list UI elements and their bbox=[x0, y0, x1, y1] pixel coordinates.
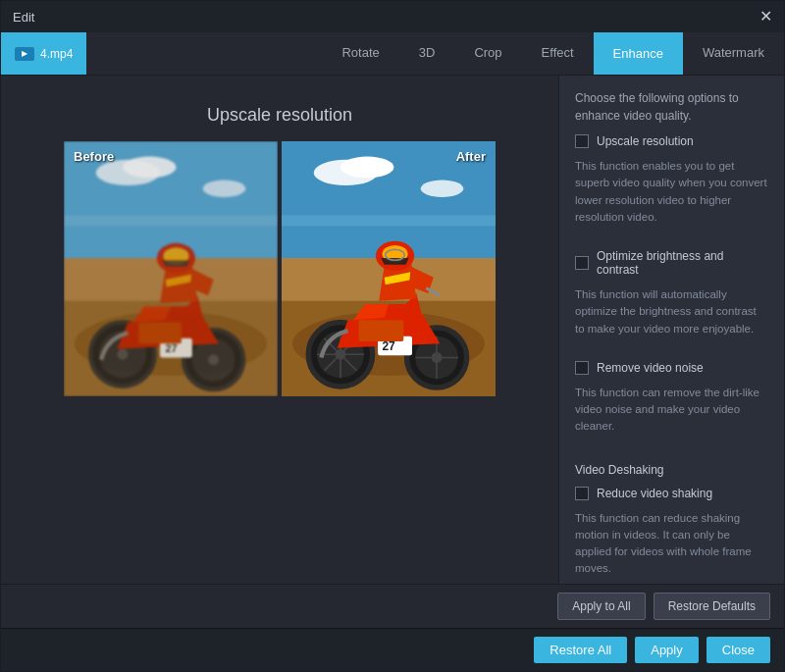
before-after-container: Before bbox=[64, 141, 496, 396]
deshaking-checkbox-row[interactable]: Reduce video shaking bbox=[575, 487, 768, 500]
noise-checkbox[interactable] bbox=[575, 361, 589, 375]
apply-button[interactable]: Apply bbox=[635, 637, 699, 663]
brightness-desc: This function will automatically optimiz… bbox=[575, 286, 768, 337]
upscale-checkbox[interactable] bbox=[575, 134, 589, 148]
before-panel: Before bbox=[64, 141, 278, 396]
upscale-label: Upscale resolution bbox=[597, 134, 694, 148]
dialog-title: Edit bbox=[13, 10, 34, 25]
upscale-desc: This function enables you to get superb … bbox=[575, 158, 768, 226]
preview-panel: Upscale resolution Before bbox=[1, 76, 558, 584]
after-image: 27 bbox=[282, 141, 496, 396]
settings-intro: Choose the following options to enhance … bbox=[575, 89, 768, 125]
apply-to-all-button[interactable]: Apply to All bbox=[557, 593, 645, 620]
deshaking-desc: This function can reduce shaking motion … bbox=[575, 510, 768, 578]
svg-marker-26 bbox=[162, 260, 189, 267]
deshaking-section-title: Video Deshaking bbox=[575, 463, 768, 477]
brightness-checkbox[interactable] bbox=[575, 256, 589, 270]
svg-point-13 bbox=[208, 354, 219, 365]
tab-enhance[interactable]: Enhance bbox=[594, 32, 683, 75]
after-panel: After bbox=[282, 141, 496, 396]
title-bar: Edit ✕ bbox=[1, 1, 784, 32]
noise-checkbox-row[interactable]: Remove video noise bbox=[575, 361, 768, 375]
restore-all-button[interactable]: Restore All bbox=[534, 637, 627, 663]
settings-panel: Choose the following options to enhance … bbox=[558, 76, 784, 584]
svg-rect-1 bbox=[64, 216, 278, 227]
footer-bar: Restore All Apply Close bbox=[1, 628, 784, 671]
svg-point-4 bbox=[203, 181, 246, 197]
close-icon[interactable]: ✕ bbox=[759, 9, 772, 25]
tab-watermark[interactable]: Watermark bbox=[683, 32, 784, 75]
preview-title: Upscale resolution bbox=[207, 105, 352, 126]
file-tab-label: 4.mp4 bbox=[40, 47, 73, 61]
svg-rect-28 bbox=[282, 216, 496, 227]
restore-defaults-button[interactable]: Restore Defaults bbox=[654, 593, 770, 620]
upscale-checkbox-row[interactable]: Upscale resolution bbox=[575, 134, 768, 148]
file-tab[interactable]: ▶ 4.mp4 bbox=[1, 32, 86, 75]
deshaking-label: Reduce video shaking bbox=[597, 487, 712, 500]
deshaking-checkbox[interactable] bbox=[575, 487, 589, 500]
tab-rotate[interactable]: Rotate bbox=[322, 32, 398, 75]
svg-point-10 bbox=[118, 349, 129, 360]
svg-rect-18 bbox=[138, 323, 182, 344]
svg-text:27: 27 bbox=[166, 342, 178, 354]
tab-bar: ▶ 4.mp4 Rotate 3D Crop Effect Enhance Wa… bbox=[1, 32, 784, 76]
before-image: 27 bbox=[64, 141, 278, 396]
edit-dialog: Edit ✕ ▶ 4.mp4 Rotate 3D Crop Effect Enh… bbox=[0, 0, 785, 672]
before-label: Before bbox=[74, 149, 114, 164]
svg-marker-60 bbox=[381, 258, 408, 265]
footer-close-button[interactable]: Close bbox=[706, 637, 770, 663]
bottom-bar: Apply to All Restore Defaults bbox=[1, 584, 784, 628]
noise-desc: This function can remove the dirt-like v… bbox=[575, 385, 768, 436]
tab-crop[interactable]: Crop bbox=[454, 32, 521, 75]
brightness-label: Optimize brightness and contrast bbox=[597, 249, 768, 277]
brightness-checkbox-row[interactable]: Optimize brightness and contrast bbox=[575, 249, 768, 277]
noise-label: Remove video noise bbox=[597, 361, 704, 375]
after-label: After bbox=[456, 149, 486, 164]
tab-spacer bbox=[86, 32, 322, 75]
svg-point-3 bbox=[123, 157, 177, 179]
content-area: Upscale resolution Before bbox=[1, 76, 784, 584]
tab-3d[interactable]: 3D bbox=[399, 32, 455, 75]
svg-rect-51 bbox=[358, 320, 403, 341]
tab-effect[interactable]: Effect bbox=[522, 32, 594, 75]
file-icon: ▶ bbox=[15, 47, 34, 61]
svg-point-31 bbox=[421, 181, 464, 197]
svg-point-30 bbox=[340, 157, 394, 179]
